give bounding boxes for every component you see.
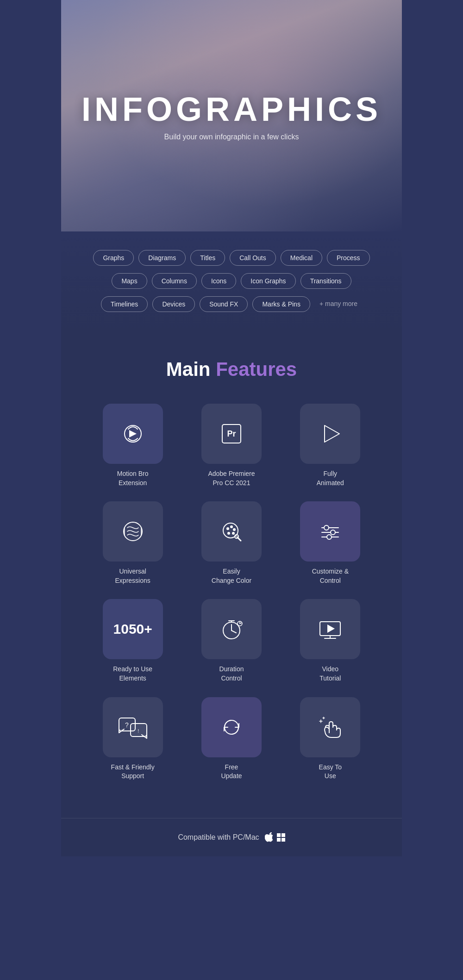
feature-icon-box-video <box>300 599 360 659</box>
svg-rect-41 <box>282 838 285 842</box>
elements-count-number: 1050+ <box>113 622 152 636</box>
main-features-section: Main Features Motion BroExtension Pr <box>61 331 402 818</box>
tag-sound-fx[interactable]: Sound FX <box>200 296 248 312</box>
universal-expressions-icon <box>119 518 147 545</box>
feature-elements-count: 1050+ Ready to UseElements <box>88 599 177 683</box>
feature-universal-expressions: UniversalExpressions <box>88 501 177 585</box>
adobe-premiere-icon: Pr <box>218 420 245 448</box>
tag-columns[interactable]: Columns <box>152 273 197 289</box>
svg-point-8 <box>233 528 236 531</box>
svg-line-20 <box>232 630 236 633</box>
change-color-icon <box>218 518 245 545</box>
svg-point-17 <box>327 535 332 539</box>
svg-line-25 <box>240 623 241 624</box>
compatible-text: Compatible with PC/Mac <box>178 833 259 842</box>
feature-icon-box-count: 1050+ <box>103 599 163 659</box>
feature-icon-box-update <box>201 697 262 757</box>
svg-text:!: ! <box>138 729 139 734</box>
section-title: Main Features <box>80 358 383 381</box>
duration-control-icon <box>218 615 245 643</box>
feature-label-support: Fast & FriendlySupport <box>111 763 155 781</box>
feature-customize-control: Customize &Control <box>286 501 375 585</box>
tags-row-2: Maps Columns Icons Icon Graphs Transitio… <box>112 273 351 289</box>
svg-point-10 <box>227 532 230 535</box>
feature-icon-box-customize <box>300 501 360 562</box>
tag-timelines[interactable]: Timelines <box>101 296 148 312</box>
tag-process[interactable]: Process <box>327 250 370 266</box>
tags-section: Graphs Diagrams Titles Call Outs Medical… <box>61 231 402 331</box>
feature-label-customize: Customize &Control <box>312 567 349 585</box>
svg-marker-3 <box>325 425 339 442</box>
tag-diagrams[interactable]: Diagrams <box>138 250 186 266</box>
compatible-section: Compatible with PC/Mac <box>61 818 402 856</box>
section-title-main: Main <box>166 358 216 380</box>
feature-label-count: Ready to UseElements <box>113 665 152 683</box>
svg-point-9 <box>232 532 235 535</box>
hero-title: INFOGRAPHICS <box>81 90 382 128</box>
feature-icon-box-expressions <box>103 501 163 562</box>
feature-icon-box-support: ? ! <box>103 697 163 757</box>
tags-row-1: Graphs Diagrams Titles Call Outs Medical… <box>93 250 369 266</box>
windows-icon <box>277 833 285 842</box>
hero-section: INFOGRAPHICS Build your own infographic … <box>61 0 402 231</box>
feature-label-update: FreeUpdate <box>221 763 242 781</box>
easy-to-use-icon <box>316 713 344 741</box>
svg-point-7 <box>230 525 233 528</box>
feature-icon-box-color <box>201 501 262 562</box>
tag-callouts[interactable]: Call Outs <box>230 250 276 266</box>
feature-label-color: EasilyChange Color <box>212 567 251 585</box>
video-tutorial-icon <box>316 615 344 643</box>
svg-marker-29 <box>327 624 335 633</box>
svg-rect-38 <box>277 833 281 837</box>
os-icons <box>265 832 285 843</box>
hero-subtitle: Build your own infographic in a few clic… <box>164 133 299 141</box>
fully-animated-icon <box>316 420 344 448</box>
feature-friendly-support: ? ! Fast & FriendlySupport <box>88 697 177 781</box>
apple-icon <box>265 832 273 843</box>
feature-video-tutorial: VideoTutorial <box>286 599 375 683</box>
feature-icon-box-motion-bro <box>103 404 163 464</box>
svg-text:Pr: Pr <box>227 429 236 438</box>
feature-label-adobe: Adobe PremierePro CC 2021 <box>208 469 255 487</box>
feature-free-update: FreeUpdate <box>187 697 276 781</box>
features-grid: Motion BroExtension Pr Adobe PremierePro… <box>88 404 375 781</box>
svg-rect-39 <box>282 833 285 837</box>
feature-icon-box-easy <box>300 697 360 757</box>
feature-easy-to-use: Easy ToUse <box>286 697 375 781</box>
feature-label-animated: FullyAnimated <box>317 469 344 487</box>
svg-point-6 <box>226 527 229 530</box>
feature-duration-control: DurationControl <box>187 599 276 683</box>
feature-icon-box-animated <box>300 404 360 464</box>
tags-row-3: Timelines Devices Sound FX Marks & Pins … <box>101 296 362 312</box>
customize-control-icon <box>316 518 344 545</box>
tag-marks-pins[interactable]: Marks & Pins <box>252 296 310 312</box>
tag-icons[interactable]: Icons <box>201 273 236 289</box>
feature-label-easy: Easy ToUse <box>319 763 342 781</box>
feature-label-video: VideoTutorial <box>319 665 341 683</box>
svg-rect-40 <box>277 838 281 842</box>
tag-graphs[interactable]: Graphs <box>93 250 134 266</box>
tag-medical[interactable]: Medical <box>281 250 322 266</box>
feature-motion-bro: Motion BroExtension <box>88 404 177 487</box>
svg-point-15 <box>324 525 329 530</box>
free-update-icon <box>218 713 245 741</box>
feature-icon-box-duration <box>201 599 262 659</box>
tag-devices[interactable]: Devices <box>152 296 195 312</box>
tag-more: + many more <box>315 296 362 312</box>
feature-icon-box-adobe: Pr <box>201 404 262 464</box>
feature-label-duration: DurationControl <box>219 665 244 683</box>
friendly-support-icon: ? ! <box>117 713 149 741</box>
tag-maps[interactable]: Maps <box>112 273 147 289</box>
feature-label-expressions: UniversalExpressions <box>115 567 150 585</box>
svg-point-16 <box>331 530 335 535</box>
motion-bro-icon <box>119 420 147 448</box>
svg-text:?: ? <box>125 721 129 729</box>
tag-titles[interactable]: Titles <box>190 250 225 266</box>
feature-adobe-premiere: Pr Adobe PremierePro CC 2021 <box>187 404 276 487</box>
tag-transitions[interactable]: Transitions <box>300 273 351 289</box>
feature-label-motion-bro: Motion BroExtension <box>117 469 149 487</box>
section-title-features: Features <box>216 358 297 380</box>
feature-change-color: EasilyChange Color <box>187 501 276 585</box>
tag-icon-graphs[interactable]: Icon Graphs <box>241 273 295 289</box>
feature-fully-animated: FullyAnimated <box>286 404 375 487</box>
